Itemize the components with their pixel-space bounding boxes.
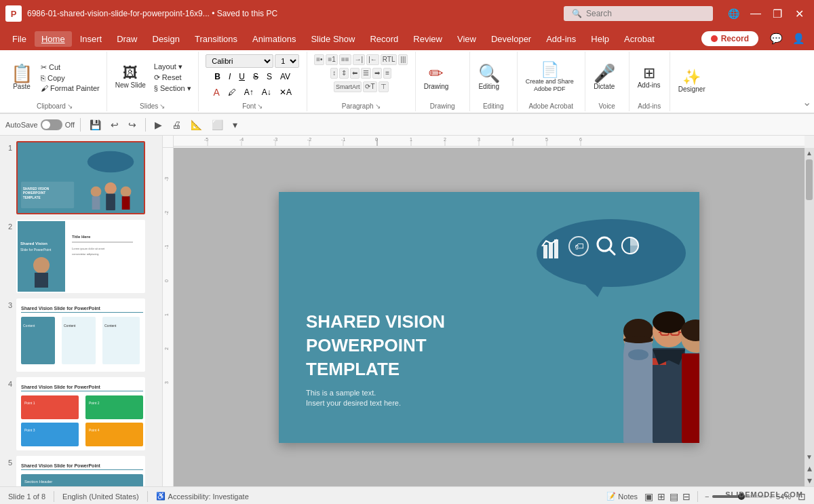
menu-file[interactable]: File <box>5 31 33 47</box>
underline-button[interactable]: U <box>235 71 248 83</box>
text-highlight-button[interactable]: 🖊 <box>225 86 239 98</box>
clear-format-button[interactable]: ✕A <box>276 86 295 98</box>
scroll-up-small-button[interactable]: ▴ <box>807 462 813 474</box>
layout-button[interactable]: Layout ▾ <box>151 62 194 72</box>
editing-button[interactable]: 🔍 Editing <box>474 63 504 92</box>
slide-thumb-5[interactable]: 5 Shared Vision Slide for PowerPoint Sec… <box>3 456 159 486</box>
increase-font-button[interactable]: A↑ <box>241 86 257 98</box>
menu-acrobat[interactable]: Acrobat <box>617 31 661 47</box>
char-spacing-button[interactable]: AV <box>277 71 294 83</box>
search-input[interactable] <box>586 9 695 18</box>
menu-animations[interactable]: Animations <box>246 31 303 47</box>
comment-icon[interactable]: 💬 <box>767 31 786 46</box>
create-share-pdf-button[interactable]: 📄 Create and ShareAdobe PDF <box>522 61 578 94</box>
bullet-list-button[interactable]: ≡• <box>314 54 324 65</box>
redo-button[interactable]: ↪ <box>125 117 140 132</box>
increase-indent-button[interactable]: →| <box>353 54 366 65</box>
para-spacing-button[interactable]: ⇕ <box>339 68 349 79</box>
menu-view[interactable]: View <box>450 31 483 47</box>
zoom-in-button[interactable]: + <box>769 492 773 501</box>
menu-draw[interactable]: Draw <box>110 31 144 47</box>
undo-button[interactable]: ↩ <box>107 117 122 132</box>
more-button[interactable]: ▾ <box>229 117 241 132</box>
new-slide-button[interactable]: 🖼 New Slide <box>111 64 150 90</box>
designer-button[interactable]: ✨ Designer <box>674 69 710 94</box>
menu-home[interactable]: Home <box>35 31 72 47</box>
fit-page-button[interactable]: ⊡ <box>798 491 806 502</box>
font-family-select[interactable]: Calibri <box>206 54 273 68</box>
minimize-button[interactable]: — <box>746 4 765 23</box>
align-center-button[interactable]: ☰ <box>361 68 371 79</box>
menu-design[interactable]: Design <box>146 31 187 47</box>
slide-sorter-button[interactable]: ⊞ <box>657 491 665 502</box>
vertical-scrollbar[interactable]: ▲ ▼ ▴ ▾ <box>805 148 814 486</box>
text-direction-button[interactable]: ⟳T <box>363 81 376 92</box>
menu-review[interactable]: Review <box>406 31 449 47</box>
convert-smartart-button[interactable]: SmartArt <box>334 81 362 92</box>
format-painter-button[interactable]: 🖌Format Painter <box>38 83 102 93</box>
menu-insert[interactable]: Insert <box>73 31 109 47</box>
slide-canvas[interactable]: 🏷 SHARE <box>279 192 699 443</box>
strikethrough-button[interactable]: S <box>250 71 262 83</box>
accessibility-status[interactable]: ♿ Accessibility: Investigate <box>156 492 249 501</box>
format-button[interactable]: 📐 <box>187 117 206 132</box>
zoom-knob[interactable] <box>738 493 745 500</box>
menu-slideshow[interactable]: Slide Show <box>304 31 362 47</box>
copy-button[interactable]: ⎘Copy <box>38 73 102 83</box>
dictate-button[interactable]: 🎤 Dictate <box>589 63 619 92</box>
rtl-button[interactable]: RTL <box>381 54 398 65</box>
scroll-thumb[interactable] <box>806 159 813 200</box>
justify-button[interactable]: ≡ <box>383 68 391 79</box>
bold-button[interactable]: B <box>211 71 224 83</box>
zoom-out-button[interactable]: − <box>705 492 709 501</box>
notes-button[interactable]: 📝 Notes <box>606 492 638 501</box>
slide-thumb-2[interactable]: 2 Shared Vision Slide for PowerPoint Tit… <box>3 220 159 293</box>
slide-image-1[interactable]: SHARED VISION POWERPOINT TEMPLATE <box>16 141 145 214</box>
scroll-up-button[interactable]: ▲ <box>805 148 814 158</box>
multilevel-list-button[interactable]: ≡≡ <box>339 54 351 65</box>
slide-image-4[interactable]: Shared Vision Slide for PowerPoint Point… <box>16 377 145 450</box>
autosave-toggle[interactable] <box>41 119 62 130</box>
shadow-button[interactable]: S <box>263 71 275 83</box>
close-button[interactable]: ✕ <box>790 4 809 23</box>
globe-icon[interactable]: 🌐 <box>724 5 743 22</box>
addins-button[interactable]: ⊞ Add-ins <box>634 64 665 90</box>
section-button[interactable]: § Section ▾ <box>151 83 194 94</box>
ribbon-collapse-button[interactable]: ⌄ <box>802 96 811 109</box>
cut-button[interactable]: ✂Cut <box>38 62 102 73</box>
menu-transitions[interactable]: Transitions <box>188 31 244 47</box>
align-left-button[interactable]: ⬅ <box>350 68 360 79</box>
slide-thumb-3[interactable]: 3 Shared Vision Slide for PowerPoint Con… <box>3 298 159 372</box>
shape-button[interactable]: ⬜ <box>208 117 227 132</box>
maximize-button[interactable]: ❐ <box>768 4 787 23</box>
scroll-down-button[interactable]: ▼ <box>805 452 814 462</box>
decrease-indent-button[interactable]: |← <box>366 54 379 65</box>
slide-thumb-1[interactable]: 1 SHARED VISION POWERPOINT TEMPLATE <box>3 141 159 214</box>
italic-button[interactable]: I <box>225 71 234 83</box>
decrease-font-button[interactable]: A↓ <box>258 86 275 98</box>
share-icon[interactable]: 👤 <box>789 31 809 46</box>
paragraph-expand[interactable]: ↘ <box>375 102 381 110</box>
slide-image-5[interactable]: Shared Vision Slide for PowerPoint Secti… <box>16 456 145 486</box>
search-box[interactable]: 🔍 <box>564 6 713 21</box>
menu-help[interactable]: Help <box>584 31 616 47</box>
number-list-button[interactable]: ≡1 <box>326 54 337 65</box>
reset-button[interactable]: ⟳ Reset <box>151 73 194 83</box>
save-button[interactable]: 💾 <box>86 117 104 132</box>
record-button[interactable]: Record <box>701 31 758 46</box>
slideshow-view-button[interactable]: ⊟ <box>682 491 691 502</box>
font-color-button[interactable]: A <box>210 85 223 99</box>
paste-button[interactable]: 📋 Paste <box>7 63 37 92</box>
slide-thumb-4[interactable]: 4 Shared Vision Slide for PowerPoint Poi… <box>3 377 159 450</box>
align-right-button[interactable]: ➡ <box>372 68 382 79</box>
slide-image-3[interactable]: Shared Vision Slide for PowerPoint Conte… <box>16 298 145 372</box>
normal-view-button[interactable]: ▣ <box>644 491 653 502</box>
drawing-button[interactable]: ✏ Drawing <box>420 63 453 92</box>
menu-developer[interactable]: Developer <box>484 31 538 47</box>
align-text-button[interactable]: ⊤ <box>379 81 389 92</box>
reading-view-button[interactable]: ▤ <box>670 491 678 502</box>
scroll-down-small-button[interactable]: ▾ <box>807 474 813 486</box>
font-expand[interactable]: ↘ <box>257 102 263 110</box>
font-size-select[interactable]: 12 <box>275 54 299 68</box>
clipboard-expand[interactable]: ↘ <box>67 102 73 110</box>
